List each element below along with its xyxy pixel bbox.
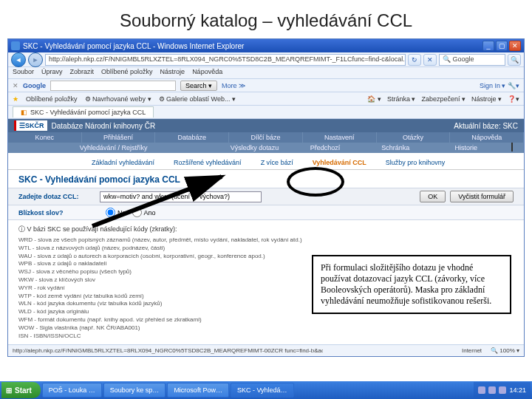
code-line: WTL - slova z názvových údajů (název, po… bbox=[18, 245, 514, 253]
google-label: Google bbox=[23, 82, 46, 89]
uk-flag-icon bbox=[511, 143, 513, 151]
task-4-active[interactable]: SKC - Vyhledá… bbox=[231, 383, 294, 398]
subtab-basic[interactable]: Základní vyhledávání bbox=[82, 156, 164, 169]
skc-nav-row2: Vyhledávání / Rejstříky Výsledky dotazu … bbox=[8, 143, 524, 153]
clock: 14:21 bbox=[509, 386, 526, 394]
prox-no-radio[interactable] bbox=[106, 208, 115, 217]
tab-strip: ◧ SKC - Vyhledávání pomocí jazyka CCL bbox=[8, 106, 524, 119]
google-more[interactable]: More ≫ bbox=[222, 82, 245, 89]
code-line: ISN - ISBN/ISSN/OCLC bbox=[18, 332, 514, 341]
home-button[interactable]: 🏠 ▾ bbox=[367, 95, 381, 103]
window-title: SKC - Vyhledávání pomocí jazyka CCL - Wi… bbox=[23, 42, 244, 50]
task-3[interactable]: Microsoft Pow… bbox=[167, 383, 229, 398]
minimize-button[interactable]: _ bbox=[482, 41, 494, 51]
code-line: WRD - slova ze všech popisných záznamů (… bbox=[18, 236, 514, 245]
menu-tools[interactable]: Nástroje bbox=[160, 68, 185, 78]
menu-file[interactable]: Soubor bbox=[13, 68, 34, 78]
ie-icon bbox=[11, 41, 20, 50]
subtab-services[interactable]: Služby pro knihovny bbox=[376, 156, 455, 169]
nav2-historie[interactable]: Historie bbox=[432, 143, 502, 153]
fav-item-1[interactable]: ⚙ Navrhované weby ▾ bbox=[85, 95, 151, 103]
tray-icon bbox=[478, 386, 485, 394]
search-box[interactable]: 🔍 Google bbox=[439, 54, 505, 66]
maximize-button[interactable]: ▢ bbox=[496, 41, 508, 51]
ccl-form-row: Zadejte dotaz CCL: OK Vyčistit formulář bbox=[8, 188, 524, 205]
page-menu[interactable]: Stránka ▾ bbox=[387, 95, 416, 103]
ie-menu-bar: Soubor Úpravy Zobrazit Oblíbené položky … bbox=[8, 67, 524, 79]
proximity-label: Blízkost slov? bbox=[18, 209, 100, 216]
google-search-button[interactable]: Search ▾ bbox=[180, 81, 217, 91]
status-zoom[interactable]: 🔍 100% ▾ bbox=[491, 347, 519, 354]
prox-no-label: Ne bbox=[117, 209, 126, 216]
star-icon[interactable]: ★ bbox=[13, 95, 18, 103]
tray-icon bbox=[499, 386, 506, 394]
windows-taskbar: ⊞Start POŠ - Louka … Soubory ke sp… Micr… bbox=[0, 381, 532, 399]
ie-nav-bar: ◄ ► http://aleph.nkp.cz/F/NNIGMBL5RLXZTE… bbox=[8, 52, 524, 67]
favorites-bar: ★ Oblíbené položky ⚙ Navrhované weby ▾ ⚙… bbox=[8, 92, 524, 106]
page-heading: SKC - Vyhledávání pomocí jazyka CCL bbox=[8, 170, 524, 188]
address-bar[interactable]: http://aleph.nkp.cz/F/NNIGMBL5RLXZTEL=8R… bbox=[45, 54, 406, 66]
nav-otazky[interactable]: Otázky bbox=[377, 132, 451, 143]
status-zone: Internet bbox=[462, 347, 482, 354]
forward-button[interactable]: ► bbox=[28, 52, 43, 67]
search-subtabs: Základní vyhledávání Rozšířené vyhledává… bbox=[8, 153, 524, 170]
subtab-advanced[interactable]: Rozšířené vyhledávání bbox=[164, 156, 251, 169]
google-search-input[interactable] bbox=[50, 81, 176, 91]
tools-menu[interactable]: Nástroje ▾ bbox=[471, 95, 502, 103]
flag-button[interactable] bbox=[502, 143, 524, 153]
browser-tab[interactable]: ◧ SKC - Vyhledávání pomocí jazyka CCL bbox=[13, 106, 154, 117]
nav2-0 bbox=[8, 143, 78, 153]
google-toolbar: ✕ Google Search ▾ More ≫ Sign In ▾ 🔧▾ bbox=[8, 79, 524, 92]
status-url: http://aleph.nkp.cz/F/NNIGMBL5RLXZTEL=8R… bbox=[13, 347, 323, 354]
help-menu[interactable]: ❓▾ bbox=[508, 95, 519, 103]
stop-button[interactable]: ✕ bbox=[423, 54, 437, 66]
nav-dilci[interactable]: Dílčí báze bbox=[229, 132, 303, 143]
fav-item-2[interactable]: ⚙ Galerie oblastí Web... ▾ bbox=[159, 95, 236, 103]
skc-header-title: Databáze Národní knihovny ČR bbox=[52, 122, 156, 130]
nav-konec[interactable]: Konec bbox=[8, 132, 82, 143]
tab-label: SKC - Vyhledávání pomocí jazyka CCL bbox=[30, 109, 146, 116]
ccl-label: Zadejte dotaz CCL: bbox=[18, 193, 100, 200]
menu-view[interactable]: Zobrazit bbox=[70, 68, 95, 78]
menu-favorites[interactable]: Oblíbené položky bbox=[101, 68, 153, 78]
safety-menu[interactable]: Zabezpečení ▾ bbox=[421, 95, 466, 103]
nav-databaze[interactable]: Databáze bbox=[155, 132, 229, 143]
close-button[interactable]: ✕ bbox=[509, 41, 521, 51]
nav2-predchozi[interactable]: Předchozí bbox=[290, 143, 361, 153]
nav-nastaveni[interactable]: Nastavení bbox=[303, 132, 377, 143]
ccl-input[interactable] bbox=[100, 191, 262, 202]
prox-yes-radio[interactable] bbox=[132, 208, 142, 217]
clear-button[interactable]: Vyčistit formulář bbox=[450, 191, 514, 202]
favorites-label[interactable]: Oblíbené položky bbox=[26, 95, 78, 103]
nav2-vyhledavani[interactable]: Vyhledávání / Rejstříky bbox=[78, 143, 149, 153]
ie-titlebar: SKC - Vyhledávání pomocí jazyka CCL - Wi… bbox=[8, 39, 524, 52]
start-button[interactable]: ⊞Start bbox=[1, 382, 41, 398]
nav-prihlaseni[interactable]: Přihlášení bbox=[82, 132, 156, 143]
skc-logo: ☰SKČR bbox=[14, 120, 47, 131]
back-button[interactable]: ◄ bbox=[11, 52, 26, 67]
nav2-2 bbox=[149, 143, 219, 153]
nav2-schranka[interactable]: Schránka bbox=[361, 143, 431, 153]
code-line: WOW - Sigla vlastníka (např. NK ČR/ABA00… bbox=[18, 324, 514, 332]
menu-help[interactable]: Nápověda bbox=[192, 68, 222, 78]
proximity-row: Blízkost slov? Ne Ano bbox=[8, 205, 524, 220]
system-tray[interactable]: 14:21 bbox=[474, 382, 531, 398]
subtab-multi[interactable]: Z více bází bbox=[251, 156, 303, 169]
skc-header: ☰SKČR Databáze Národní knihovny ČR Aktuá… bbox=[8, 119, 524, 132]
search-go-button[interactable]: 🔍 bbox=[508, 54, 521, 66]
refresh-button[interactable]: ↻ bbox=[408, 54, 421, 66]
nav2-vysledky[interactable]: Výsledky dotazu bbox=[219, 143, 290, 153]
start-label: Start bbox=[15, 386, 32, 395]
task-2[interactable]: Soubory ke sp… bbox=[103, 383, 166, 398]
menu-edit[interactable]: Úpravy bbox=[41, 68, 63, 78]
subtab-ccl[interactable]: Vyhledávání CCL bbox=[303, 156, 376, 169]
nav-napoveda[interactable]: Nápověda bbox=[450, 132, 524, 143]
code-line: WFM - formát dokumentu (např. knihy apod… bbox=[18, 316, 514, 324]
prox-yes-label: Ano bbox=[144, 209, 156, 216]
google-signin[interactable]: Sign In ▾ 🔧▾ bbox=[480, 82, 519, 89]
annotation-callout: Při formulaci složitějšího dotazu je vho… bbox=[312, 255, 511, 314]
ok-button[interactable]: OK bbox=[420, 191, 446, 202]
ie-status-bar: http://aleph.nkp.cz/F/NNIGMBL5RLXZTEL=8R… bbox=[8, 344, 524, 356]
skc-nav-row1: Konec Přihlášení Databáze Dílčí báze Nas… bbox=[8, 132, 524, 143]
task-1[interactable]: POŠ - Louka … bbox=[42, 383, 102, 398]
